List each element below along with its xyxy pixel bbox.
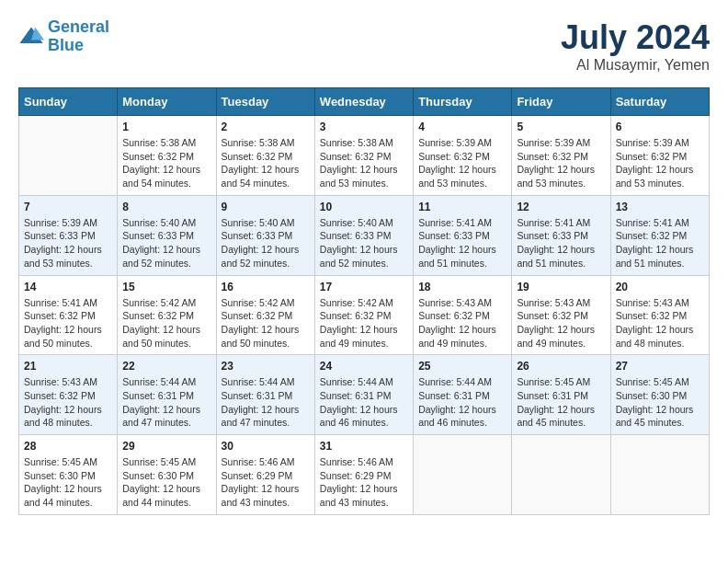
day-info: Sunrise: 5:41 AMSunset: 6:33 PMDaylight:… (418, 216, 506, 270)
title-area: July 2024 Al Musaymir, Yemen (561, 18, 710, 74)
day-number: 14 (24, 281, 112, 293)
day-number: 30 (222, 440, 310, 453)
day-info: Sunrise: 5:44 AMSunset: 6:31 PMDaylight:… (222, 375, 310, 430)
day-info: Sunrise: 5:44 AMSunset: 6:31 PMDaylight:… (122, 375, 210, 430)
week-row-2: 7Sunrise: 5:39 AMSunset: 6:33 PMDaylight… (19, 195, 710, 275)
header-cell-tuesday: Tuesday (216, 88, 314, 116)
day-cell: 26Sunrise: 5:45 AMSunset: 6:31 PMDayligh… (512, 355, 610, 435)
day-cell: 30Sunrise: 5:46 AMSunset: 6:29 PMDayligh… (216, 435, 314, 515)
day-cell: 23Sunrise: 5:44 AMSunset: 6:31 PMDayligh… (216, 355, 314, 435)
day-info: Sunrise: 5:46 AMSunset: 6:29 PMDaylight:… (320, 455, 408, 510)
day-number: 3 (320, 121, 408, 133)
day-number: 1 (122, 121, 210, 133)
day-number: 11 (418, 201, 506, 213)
day-info: Sunrise: 5:39 AMSunset: 6:32 PMDaylight:… (418, 136, 506, 190)
day-number: 4 (418, 121, 506, 133)
day-number: 8 (122, 201, 210, 213)
day-number: 23 (222, 360, 310, 373)
day-number: 28 (24, 440, 112, 453)
day-cell: 7Sunrise: 5:39 AMSunset: 6:33 PMDaylight… (19, 195, 118, 275)
day-number: 29 (122, 440, 210, 453)
day-cell: 29Sunrise: 5:45 AMSunset: 6:30 PMDayligh… (118, 435, 216, 515)
day-cell: 11Sunrise: 5:41 AMSunset: 6:33 PMDayligh… (414, 195, 512, 275)
week-row-5: 28Sunrise: 5:45 AMSunset: 6:30 PMDayligh… (19, 435, 710, 515)
header-cell-thursday: Thursday (414, 88, 512, 116)
day-info: Sunrise: 5:39 AMSunset: 6:32 PMDaylight:… (517, 136, 605, 190)
day-cell: 21Sunrise: 5:43 AMSunset: 6:32 PMDayligh… (19, 355, 118, 435)
day-info: Sunrise: 5:44 AMSunset: 6:31 PMDaylight:… (320, 375, 408, 430)
day-number: 2 (222, 121, 310, 133)
day-number: 12 (517, 201, 605, 213)
day-cell: 8Sunrise: 5:40 AMSunset: 6:33 PMDaylight… (118, 195, 216, 275)
day-cell: 16Sunrise: 5:42 AMSunset: 6:32 PMDayligh… (216, 275, 314, 355)
day-info: Sunrise: 5:45 AMSunset: 6:30 PMDaylight:… (122, 455, 210, 510)
day-number: 21 (24, 360, 112, 373)
day-cell: 25Sunrise: 5:44 AMSunset: 6:31 PMDayligh… (414, 355, 512, 435)
subtitle: Al Musaymir, Yemen (561, 57, 710, 74)
header-cell-friday: Friday (512, 88, 610, 116)
day-info: Sunrise: 5:42 AMSunset: 6:32 PMDaylight:… (122, 296, 210, 350)
day-cell (414, 435, 512, 515)
day-info: Sunrise: 5:43 AMSunset: 6:32 PMDaylight:… (616, 296, 704, 350)
day-number: 22 (122, 360, 210, 373)
day-cell: 12Sunrise: 5:41 AMSunset: 6:33 PMDayligh… (512, 195, 610, 275)
day-info: Sunrise: 5:43 AMSunset: 6:32 PMDaylight:… (517, 296, 605, 350)
day-info: Sunrise: 5:43 AMSunset: 6:32 PMDaylight:… (418, 296, 506, 350)
day-cell: 6Sunrise: 5:39 AMSunset: 6:32 PMDaylight… (610, 116, 709, 196)
day-cell: 15Sunrise: 5:42 AMSunset: 6:32 PMDayligh… (118, 275, 216, 355)
day-info: Sunrise: 5:41 AMSunset: 6:32 PMDaylight:… (616, 216, 704, 270)
day-number: 19 (517, 281, 605, 293)
calendar-table: SundayMondayTuesdayWednesdayThursdayFrid… (18, 87, 710, 515)
day-number: 26 (517, 360, 605, 373)
week-row-1: 1Sunrise: 5:38 AMSunset: 6:32 PMDaylight… (19, 116, 710, 196)
day-number: 24 (320, 360, 408, 373)
day-cell: 14Sunrise: 5:41 AMSunset: 6:32 PMDayligh… (19, 275, 118, 355)
day-cell (610, 435, 709, 515)
day-cell: 27Sunrise: 5:45 AMSunset: 6:30 PMDayligh… (610, 355, 709, 435)
day-info: Sunrise: 5:45 AMSunset: 6:31 PMDaylight:… (517, 375, 605, 430)
day-cell: 2Sunrise: 5:38 AMSunset: 6:32 PMDaylight… (216, 116, 314, 196)
day-info: Sunrise: 5:46 AMSunset: 6:29 PMDaylight:… (222, 455, 310, 510)
day-info: Sunrise: 5:38 AMSunset: 6:32 PMDaylight:… (122, 136, 210, 190)
day-info: Sunrise: 5:41 AMSunset: 6:32 PMDaylight:… (24, 296, 112, 350)
day-cell: 19Sunrise: 5:43 AMSunset: 6:32 PMDayligh… (512, 275, 610, 355)
day-cell: 10Sunrise: 5:40 AMSunset: 6:33 PMDayligh… (314, 195, 413, 275)
day-cell: 24Sunrise: 5:44 AMSunset: 6:31 PMDayligh… (314, 355, 413, 435)
header-cell-wednesday: Wednesday (314, 88, 413, 116)
day-cell: 31Sunrise: 5:46 AMSunset: 6:29 PMDayligh… (314, 435, 413, 515)
day-info: Sunrise: 5:41 AMSunset: 6:33 PMDaylight:… (517, 216, 605, 270)
header: General Blue July 2024 Al Musaymir, Yeme… (18, 18, 710, 74)
day-info: Sunrise: 5:40 AMSunset: 6:33 PMDaylight:… (122, 216, 210, 270)
day-cell: 18Sunrise: 5:43 AMSunset: 6:32 PMDayligh… (414, 275, 512, 355)
header-row: SundayMondayTuesdayWednesdayThursdayFrid… (19, 88, 710, 116)
day-number: 16 (222, 281, 310, 293)
day-info: Sunrise: 5:45 AMSunset: 6:30 PMDaylight:… (616, 375, 704, 430)
day-number: 27 (616, 360, 704, 373)
main-title: July 2024 (561, 18, 710, 57)
header-cell-sunday: Sunday (19, 88, 118, 116)
day-info: Sunrise: 5:39 AMSunset: 6:32 PMDaylight:… (616, 136, 704, 190)
day-number: 13 (616, 201, 704, 213)
day-number: 6 (616, 121, 704, 133)
day-number: 25 (418, 360, 506, 373)
logo-text: General Blue (48, 18, 109, 55)
day-cell: 13Sunrise: 5:41 AMSunset: 6:32 PMDayligh… (610, 195, 709, 275)
header-cell-saturday: Saturday (610, 88, 709, 116)
day-info: Sunrise: 5:40 AMSunset: 6:33 PMDaylight:… (222, 216, 310, 270)
logo: General Blue (18, 18, 109, 55)
day-cell: 17Sunrise: 5:42 AMSunset: 6:32 PMDayligh… (314, 275, 413, 355)
logo-icon (18, 24, 44, 50)
day-info: Sunrise: 5:42 AMSunset: 6:32 PMDaylight:… (222, 296, 310, 350)
day-number: 31 (320, 440, 408, 453)
day-info: Sunrise: 5:43 AMSunset: 6:32 PMDaylight:… (24, 375, 112, 430)
day-info: Sunrise: 5:44 AMSunset: 6:31 PMDaylight:… (418, 375, 506, 430)
day-info: Sunrise: 5:45 AMSunset: 6:30 PMDaylight:… (24, 455, 112, 510)
day-cell: 3Sunrise: 5:38 AMSunset: 6:32 PMDaylight… (314, 116, 413, 196)
day-info: Sunrise: 5:38 AMSunset: 6:32 PMDaylight:… (222, 136, 310, 190)
day-cell: 1Sunrise: 5:38 AMSunset: 6:32 PMDaylight… (118, 116, 216, 196)
day-cell: 4Sunrise: 5:39 AMSunset: 6:32 PMDaylight… (414, 116, 512, 196)
day-info: Sunrise: 5:40 AMSunset: 6:33 PMDaylight:… (320, 216, 408, 270)
day-number: 17 (320, 281, 408, 293)
day-cell: 9Sunrise: 5:40 AMSunset: 6:33 PMDaylight… (216, 195, 314, 275)
day-cell: 22Sunrise: 5:44 AMSunset: 6:31 PMDayligh… (118, 355, 216, 435)
